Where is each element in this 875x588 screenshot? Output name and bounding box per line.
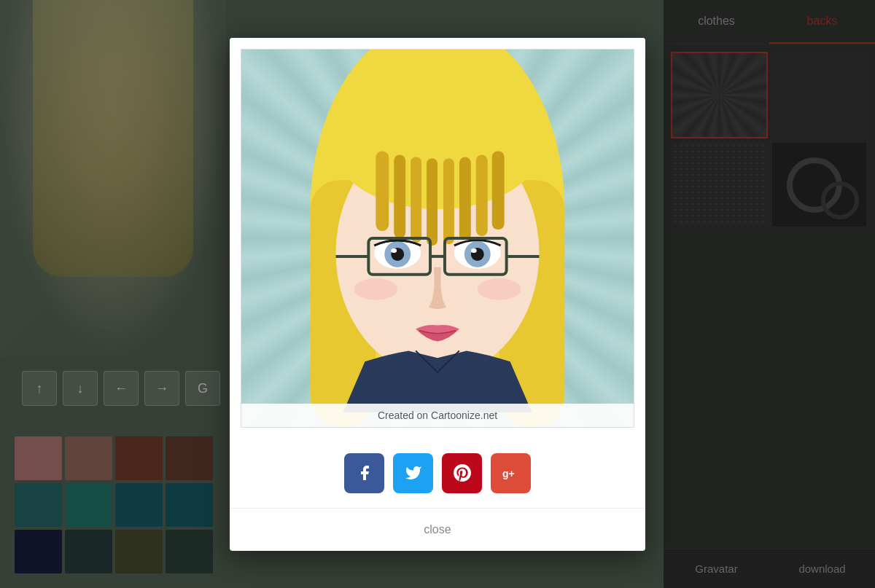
svg-point-28: [478, 278, 521, 299]
modal-image-container: Created on Cartoonize.net: [230, 38, 645, 439]
svg-rect-7: [394, 154, 405, 238]
twitter-button[interactable]: [393, 453, 433, 493]
avatar-svg: [241, 50, 634, 427]
svg-rect-6: [376, 151, 389, 231]
svg-rect-12: [476, 154, 488, 236]
googleplus-button[interactable]: g+: [491, 453, 531, 493]
facebook-button[interactable]: [344, 453, 384, 493]
avatar-canvas: Created on Cartoonize.net: [241, 49, 634, 428]
pinterest-button[interactable]: [442, 453, 482, 493]
social-buttons: g+: [230, 439, 645, 508]
svg-rect-10: [443, 158, 454, 244]
svg-point-17: [391, 248, 397, 252]
modal-dialog: Created on Cartoonize.net g+ close: [230, 38, 645, 551]
modal-overlay[interactable]: Created on Cartoonize.net g+ close: [0, 0, 875, 588]
svg-rect-9: [427, 158, 438, 246]
svg-rect-11: [459, 157, 471, 240]
svg-text:g+: g+: [502, 468, 515, 479]
avatar-credit: Created on Cartoonize.net: [241, 404, 634, 427]
svg-rect-8: [411, 157, 421, 243]
svg-point-27: [354, 278, 397, 299]
svg-rect-13: [492, 151, 505, 230]
close-button[interactable]: close: [409, 520, 465, 540]
svg-point-21: [471, 248, 477, 252]
modal-close-area: close: [230, 508, 645, 551]
